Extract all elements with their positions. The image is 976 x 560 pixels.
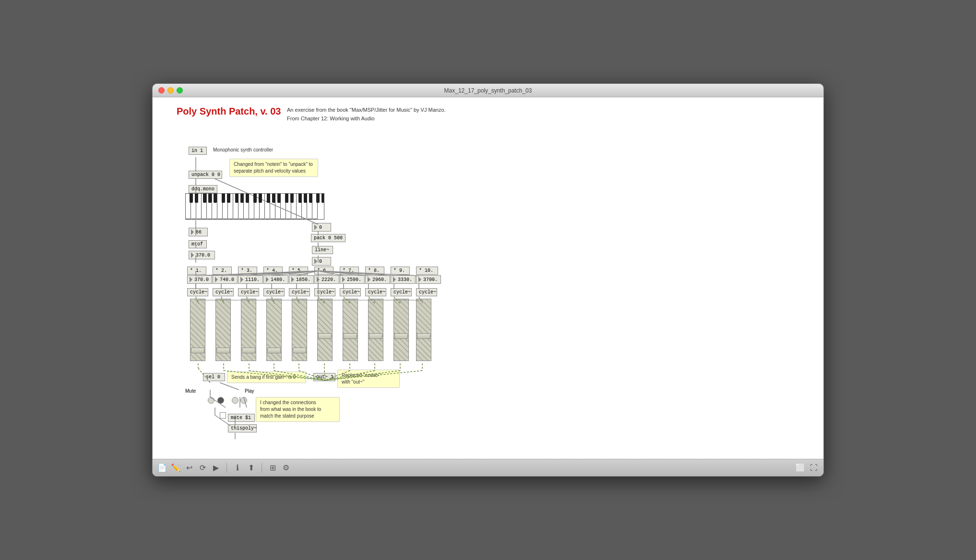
patch-area[interactable]: Poly Synth Patch, v. 03 An exercise from… — [153, 97, 823, 459]
keyboard[interactable] — [185, 193, 324, 220]
maximize-button[interactable] — [177, 87, 183, 93]
mute-msg-object[interactable]: mute $1 — [228, 414, 255, 422]
mult-1[interactable]: * 1. — [187, 267, 206, 275]
mult-9[interactable]: * 9. — [391, 267, 410, 275]
freq-6[interactable]: 2220. — [314, 275, 339, 284]
velocity-num[interactable]: 0 — [312, 223, 331, 232]
toolbar-extras-icon[interactable]: ⚙ — [281, 463, 291, 473]
thispoly-object[interactable]: thispoly~ — [228, 424, 257, 432]
freq-5[interactable]: 1850. — [289, 275, 314, 284]
svg-line-76 — [220, 383, 239, 390]
freq-3[interactable]: 1110. — [238, 275, 263, 284]
freq-10[interactable]: 3700. — [416, 275, 441, 284]
traffic-lights — [158, 87, 183, 93]
toolbar-fullscreen-icon[interactable]: ⛶ — [809, 463, 819, 473]
vslider-1[interactable] — [190, 299, 205, 361]
mult-4[interactable]: * 4. — [263, 267, 283, 275]
line-output[interactable]: 0 — [312, 257, 331, 266]
toolbar-file-icon[interactable]: 📄 — [157, 463, 167, 473]
mult-10[interactable]: * 10. — [416, 267, 438, 275]
freq-7[interactable]: 2590. — [340, 275, 365, 284]
vslider-9[interactable] — [393, 299, 409, 361]
freq-output[interactable]: 370.0 — [189, 251, 215, 259]
cycle-7[interactable]: cycle~ — [340, 288, 361, 296]
toolbar-separator-1 — [226, 463, 227, 473]
cycle-4[interactable]: cycle~ — [263, 288, 285, 296]
vslider-2[interactable] — [215, 299, 231, 361]
toolbar-edit-icon[interactable]: ✏️ — [171, 463, 180, 473]
monophonic-comment: Monophonic synth controller — [211, 146, 275, 154]
bottom-toolbar: 📄 ✏️ ↩ ⟳ ▶ ℹ ⬆ ⊞ ⚙ ⬜ ⛶ — [153, 459, 823, 476]
window-title: Max_12_17_poly_synth_patch_03 — [444, 87, 532, 94]
patch-content: Poly Synth Patch, v. 03 An exercise from… — [153, 97, 823, 459]
main-window: Max_12_17_poly_synth_patch_03 — [152, 83, 824, 477]
cycle-8[interactable]: cycle~ — [365, 288, 386, 296]
in1-object[interactable]: in 1 — [189, 147, 207, 155]
minimize-button[interactable] — [167, 87, 174, 93]
vslider-3[interactable] — [241, 299, 256, 361]
mult-2[interactable]: * 2. — [213, 267, 232, 275]
toolbar-play-icon[interactable]: ▶ — [211, 463, 221, 473]
radio-1-0[interactable] — [208, 397, 214, 404]
sel-object[interactable]: sel 0 — [203, 373, 225, 381]
connections-comment: I changed the connections from what was … — [256, 397, 340, 422]
unpack-object[interactable]: unpack 0 0 — [189, 171, 222, 179]
vslider-7[interactable] — [343, 299, 358, 361]
subtitle-line2: From Chapter 12: Working with Audio — [287, 115, 446, 123]
cycle-5[interactable]: cycle~ — [289, 288, 310, 296]
toolbar-separator-2 — [262, 463, 262, 473]
toolbar-window-icon[interactable]: ⬜ — [796, 463, 805, 473]
freq-2[interactable]: 740.0 — [213, 275, 238, 284]
freq-1[interactable]: 370.0 — [187, 275, 212, 284]
toolbar-import-icon[interactable]: ⬆ — [246, 463, 256, 473]
cycle-10[interactable]: cycle~ — [416, 288, 437, 296]
cycle-3[interactable]: cycle~ — [238, 288, 259, 296]
mult-6[interactable]: * 6. — [314, 267, 333, 275]
cycle-9[interactable]: cycle~ — [391, 288, 412, 296]
bang-comment: Sends a bang if first gain~ is 0 — [227, 372, 306, 383]
freq-4[interactable]: 1480. — [263, 275, 288, 284]
cycle-2[interactable]: cycle~ — [213, 288, 234, 296]
cycle-1[interactable]: cycle~ — [187, 288, 208, 296]
vslider-6[interactable] — [317, 299, 333, 361]
vslider-10[interactable] — [416, 299, 431, 361]
vslider-4[interactable] — [266, 299, 282, 361]
title-bar: Max_12_17_poly_synth_patch_03 — [153, 84, 823, 97]
play-label: Play — [245, 388, 254, 394]
toolbar-undo-icon[interactable]: ⟳ — [198, 463, 207, 473]
num-66[interactable]: 66 — [189, 228, 208, 236]
ddq-mono-object[interactable]: ddq.mono — [189, 185, 217, 193]
pack-object[interactable]: pack 0 500 — [311, 234, 345, 242]
out-object[interactable]: out~ 1 — [313, 373, 335, 381]
mult-7[interactable]: * 7. — [340, 267, 359, 275]
close-button[interactable] — [158, 87, 165, 93]
mult-5[interactable]: * 5. — [289, 267, 308, 275]
freq-9[interactable]: 3330. — [391, 275, 416, 284]
subtitle-line1: An exercise from the book "Max/MSP/Jitte… — [287, 106, 446, 115]
cycle-6[interactable]: cycle~ — [314, 288, 335, 296]
unpack-comment: Changed from "notein" to "unpack" to sep… — [229, 159, 318, 177]
radio-1-1[interactable] — [217, 397, 224, 404]
mtof-object[interactable]: mtof — [189, 240, 207, 248]
mute-checkbox[interactable] — [220, 412, 226, 419]
toolbar-grid-icon[interactable]: ⊞ — [268, 463, 277, 473]
radio-2-1[interactable] — [240, 397, 247, 404]
radio-2-0[interactable] — [232, 397, 238, 404]
mute-label: Mute — [185, 388, 196, 394]
vslider-5[interactable] — [292, 299, 307, 361]
ezdac-comment: Replaced "ezdac-" with "out~" — [337, 370, 400, 388]
mult-8[interactable]: * 8. — [365, 267, 384, 275]
toolbar-info-icon[interactable]: ℹ — [233, 463, 242, 473]
line-object[interactable]: line~ — [312, 246, 333, 254]
toolbar-arrow-icon[interactable]: ↩ — [184, 463, 194, 473]
patch-subtitle: An exercise from the book "Max/MSP/Jitte… — [287, 106, 446, 123]
mult-3[interactable]: * 3. — [238, 267, 257, 275]
freq-8[interactable]: 2960. — [365, 275, 390, 284]
vslider-8[interactable] — [368, 299, 383, 361]
patch-title: Poly Synth Patch, v. 03 — [177, 106, 281, 117]
